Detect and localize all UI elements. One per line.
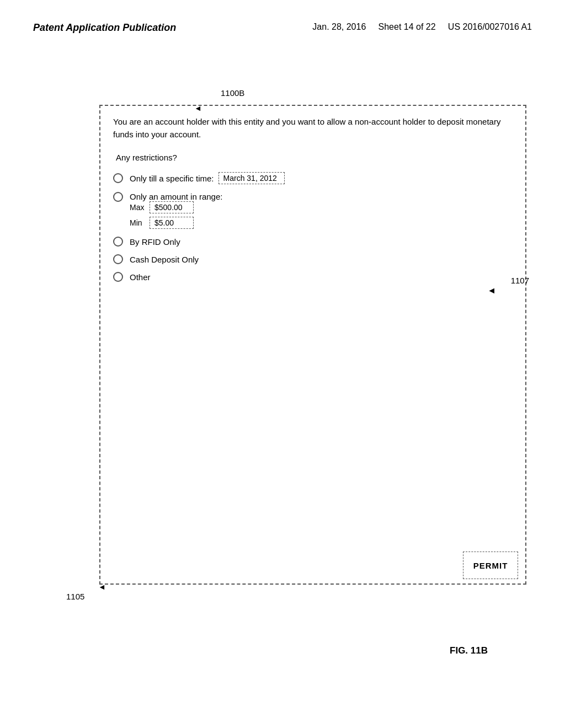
amount-inputs: Max $500.00 Min $5.00 [130, 201, 228, 229]
min-value[interactable]: $5.00 [150, 217, 194, 229]
option-rfid: By RFID Only [113, 237, 513, 247]
pub-date: Jan. 28, 2016 [312, 22, 366, 31]
label-1100b: 1100B [221, 88, 244, 98]
patent-info: Jan. 28, 2016 Sheet 14 of 22 US 2016/002… [312, 22, 532, 32]
label-1107: 1107 [511, 276, 529, 285]
max-label: Max [130, 203, 145, 212]
label-rfid: By RFID Only [130, 237, 180, 247]
sheet-info: Sheet 14 of 22 [379, 22, 436, 31]
input-specific-time[interactable]: March 31, 2012 [218, 172, 285, 184]
fig-label: FIG. 11B [450, 645, 488, 656]
label-other: Other [130, 272, 151, 282]
label-cash-deposit: Cash Deposit Only [130, 255, 199, 264]
option-amount-range: Only an amount in range: Max $500.00 Min… [113, 192, 513, 229]
radio-rfid[interactable] [113, 237, 123, 247]
option-cash-deposit: Cash Deposit Only [113, 254, 513, 264]
label-amount-range: Only an amount in range: [130, 192, 222, 201]
max-value[interactable]: $500.00 [150, 201, 194, 213]
page-header: Patent Application Publication Jan. 28, … [0, 0, 565, 34]
amount-max-line: Max $500.00 [130, 201, 228, 213]
label-specific-time: Only till a specific time: [130, 174, 214, 183]
radio-cash-deposit[interactable] [113, 254, 123, 264]
label-1105: 1105 [66, 592, 84, 601]
publication-label: Patent Application Publication [33, 22, 176, 34]
box-content: You are an account holder with this enti… [99, 105, 526, 585]
patent-number: US 2016/0027016 A1 [448, 22, 532, 31]
option-other: Other [113, 272, 513, 282]
intro-text: You are an account holder with this enti… [113, 116, 513, 141]
radio-amount-range[interactable] [113, 192, 123, 202]
permit-box: PERMIT [463, 552, 518, 579]
amount-range-content: Only an amount in range: Max $500.00 Min… [130, 192, 228, 229]
radio-specific-time[interactable] [113, 173, 123, 183]
radio-other[interactable] [113, 272, 123, 282]
restrictions-label: Any restrictions? [116, 153, 513, 162]
amount-min-line: Min $5.00 [130, 217, 228, 229]
min-label: Min [130, 218, 145, 227]
diagram-area: 1100B ◄ 1105 ◄ You are an account holder… [33, 88, 532, 673]
option-specific-time: Only till a specific time: March 31, 201… [113, 172, 513, 184]
arrow-1107: ◄ [487, 286, 496, 296]
options-section: Only till a specific time: March 31, 201… [113, 172, 513, 282]
